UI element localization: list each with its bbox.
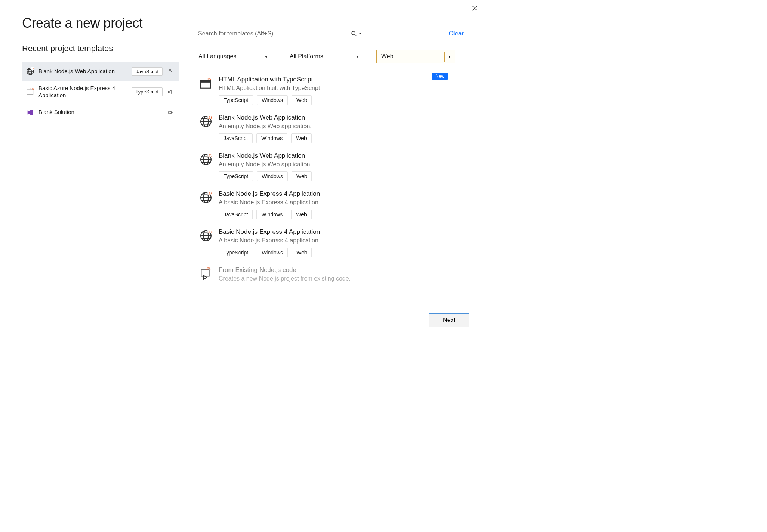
page-title: Create a new project <box>22 15 179 31</box>
recent-template-label: Blank Solution <box>38 109 131 116</box>
svg-text:.TS: .TS <box>207 154 212 158</box>
template-list: .TS HTML Application with TypeScript HTM… <box>194 72 464 302</box>
chevron-down-icon: ▼ <box>444 52 455 62</box>
template-tag: Windows <box>256 133 287 143</box>
template-icon: .TS <box>199 153 213 166</box>
template-icon: .JS <box>26 67 35 76</box>
new-badge: New <box>432 73 448 80</box>
clear-link[interactable]: Clear <box>449 30 464 37</box>
svg-text:.TS: .TS <box>30 88 34 91</box>
svg-text:.TS: .TS <box>207 230 212 234</box>
svg-point-4 <box>352 31 355 35</box>
recent-template-lang: TypeScript <box>132 87 163 96</box>
template-tags: TypeScriptWindowsWeb <box>219 171 462 181</box>
filter-row: All Languages ▼ All Platforms ▼ Web ▼ <box>194 50 464 63</box>
recent-template-item[interactable]: .JS Blank Node.js Web Application JavaSc… <box>22 62 179 81</box>
recent-template-item[interactable]: Blank Solution <box>22 103 179 122</box>
template-title: Basic Node.js Express 4 Application <box>219 190 462 198</box>
chevron-down-icon: ▼ <box>264 55 268 59</box>
template-tag: JavaScript <box>219 133 253 143</box>
close-button[interactable] <box>469 4 480 12</box>
template-description: An empty Node.js Web application. <box>219 161 462 168</box>
pin-icon[interactable] <box>168 110 175 115</box>
template-tag: Windows <box>257 171 288 181</box>
search-icon <box>351 31 357 37</box>
template-description: Creates a new Node.js project from exist… <box>219 275 462 282</box>
filter-platform-label: All Platforms <box>290 53 323 60</box>
svg-text:.JS: .JS <box>207 192 212 196</box>
pin-icon[interactable] <box>168 69 175 74</box>
template-tags: JavaScriptWindowsWeb <box>219 133 462 143</box>
next-button[interactable]: Next <box>429 313 469 327</box>
recent-templates-list: .JS Blank Node.js Web Application JavaSc… <box>22 62 179 122</box>
filter-project-type-label: Web <box>377 50 444 63</box>
template-description: HTML Application built with TypeScript <box>219 85 462 92</box>
template-description: An empty Node.js Web application. <box>219 123 462 130</box>
template-item[interactable]: .JS Blank Node.js Web Application An emp… <box>194 110 464 148</box>
template-icon: .TS <box>26 87 35 96</box>
template-item[interactable]: .TS HTML Application with TypeScript HTM… <box>194 72 464 110</box>
pin-icon[interactable] <box>168 90 175 94</box>
filter-platform[interactable]: All Platforms ▼ <box>285 50 364 63</box>
svg-text:.JS: .JS <box>206 267 210 271</box>
filter-language[interactable]: All Languages ▼ <box>194 50 272 63</box>
template-tags: JavaScriptWindowsWeb <box>219 210 462 219</box>
chevron-down-icon: ▼ <box>355 55 359 59</box>
template-icon: .TS <box>199 77 213 90</box>
template-tag: Web <box>292 171 312 181</box>
recent-template-item[interactable]: .TS Basic Azure Node.js Express 4 Applic… <box>22 81 179 103</box>
search-dropdown-caret[interactable]: ▼ <box>358 32 362 35</box>
filter-project-type[interactable]: Web ▼ <box>376 50 455 63</box>
template-tag: Windows <box>257 248 288 257</box>
template-description: A basic Node.js Express 4 application. <box>219 199 462 206</box>
recent-template-label: Blank Node.js Web Application <box>38 68 128 75</box>
template-tag: Web <box>291 133 312 143</box>
template-tag: Web <box>291 210 312 219</box>
left-column: Create a new project Recent project temp… <box>22 15 179 302</box>
search-box[interactable]: ▼ <box>194 26 366 41</box>
template-title: From Existing Node.js code <box>219 266 462 274</box>
recent-template-lang: JavaScript <box>132 67 163 76</box>
template-tag: Windows <box>256 210 287 219</box>
right-column: ▼ Clear All Languages ▼ All Platforms ▼ … <box>194 15 464 302</box>
template-title: HTML Application with TypeScript <box>219 76 462 83</box>
template-title: Basic Node.js Express 4 Application <box>219 228 462 236</box>
recent-heading: Recent project templates <box>22 44 179 53</box>
search-input[interactable] <box>198 30 351 37</box>
svg-text:.JS: .JS <box>207 115 212 120</box>
template-title: Blank Node.js Web Application <box>219 152 462 160</box>
template-tag: JavaScript <box>219 210 253 219</box>
template-tags: TypeScriptWindowsWeb <box>219 95 462 105</box>
template-tag: TypeScript <box>219 248 253 257</box>
template-icon <box>26 108 35 117</box>
template-tags: TypeScriptWindowsWeb <box>219 248 462 257</box>
template-tag: TypeScript <box>219 95 253 105</box>
template-item[interactable]: .JS Basic Node.js Express 4 Application … <box>194 186 464 225</box>
template-icon: .JS <box>199 115 213 128</box>
template-title: Blank Node.js Web Application <box>219 114 462 121</box>
close-icon <box>472 6 477 11</box>
template-tag: Web <box>292 95 312 105</box>
template-item[interactable]: .TS Blank Node.js Web Application An emp… <box>194 148 464 186</box>
template-item[interactable]: .JS From Existing Node.js code Creates a… <box>194 263 464 291</box>
template-tag: Windows <box>257 95 288 105</box>
filter-language-label: All Languages <box>198 53 236 60</box>
recent-template-label: Basic Azure Node.js Express 4 Applicatio… <box>38 85 128 99</box>
template-tag: Web <box>292 248 312 257</box>
template-description: A basic Node.js Express 4 application. <box>219 237 462 244</box>
template-item[interactable]: .TS Basic Node.js Express 4 Application … <box>194 225 464 263</box>
template-icon: .JS <box>199 267 213 281</box>
svg-text:.JS: .JS <box>31 67 34 70</box>
svg-text:.TS: .TS <box>206 77 211 81</box>
template-icon: .JS <box>199 191 213 204</box>
template-icon: .TS <box>199 229 213 242</box>
template-tag: TypeScript <box>219 171 253 181</box>
